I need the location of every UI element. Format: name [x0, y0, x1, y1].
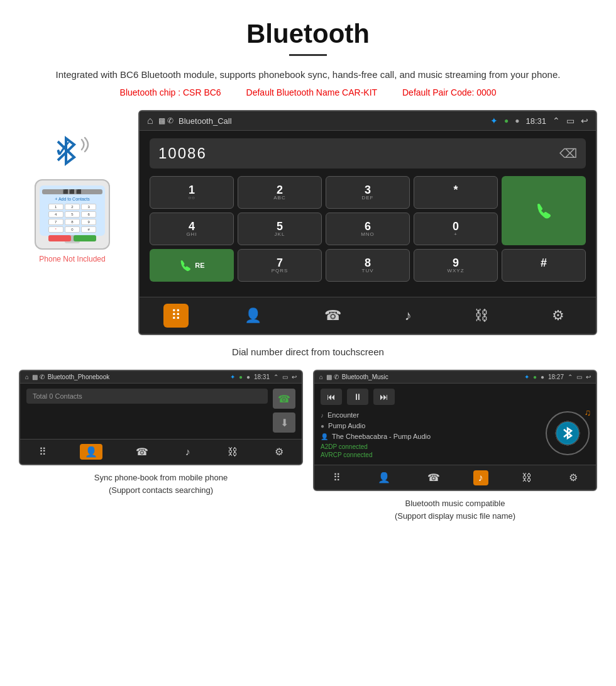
- music-back-icon[interactable]: ↩: [586, 373, 591, 380]
- music-signal-icon2: ●: [541, 373, 544, 380]
- phone-mini-key: 4: [48, 211, 63, 218]
- pb-bottom-dialpad-icon[interactable]: ⠿: [35, 444, 50, 460]
- music-title: Bluetooth_Music: [342, 373, 388, 380]
- music-home-icon[interactable]: ⌂: [319, 373, 323, 380]
- music-bottom-dialpad-icon[interactable]: ⠿: [329, 470, 344, 485]
- key-1[interactable]: 1○○: [150, 176, 234, 209]
- cs-dot-icon2: ●: [515, 116, 519, 125]
- bluetooth-logo-icon: [50, 132, 82, 170]
- music-card: ⌂ ▩ ✆ Bluetooth_Music ✦ ● ● 18:27 ⌃ ▭ ↩ …: [313, 370, 597, 522]
- phonebook-caption: Sync phone-book from mobile phone (Suppo…: [19, 472, 303, 496]
- music-bottom-bar: ⠿ 👤 ☎ ♪ ⛓ ⚙: [314, 465, 596, 490]
- main-car-screen: ⌂ ▩ ✆ Bluetooth_Call ✦ ● ● 18:31 ⌃ ▭ ↩ 1…: [138, 110, 597, 335]
- pb-search-field[interactable]: Total 0 Contacts: [26, 389, 268, 404]
- bottom-link-icon[interactable]: ⛓: [467, 304, 496, 328]
- pb-home-icon[interactable]: ⌂: [25, 373, 29, 380]
- phonebook-card: ⌂ ▩ ✆ Bluetooth_Phonebook ✦ ● ● 18:31 ⌃ …: [19, 370, 303, 522]
- key-7[interactable]: 7PQRS: [238, 249, 322, 282]
- pb-header-right: ✦ ● ● 18:31 ⌃ ▭ ↩: [230, 373, 297, 380]
- car-screen-header: ⌂ ▩ ✆ Bluetooth_Call ✦ ● ● 18:31 ⌃ ▭ ↩: [140, 111, 596, 131]
- key-6[interactable]: 6MNO: [326, 213, 410, 245]
- bluetooth-icon-wrapper: ✓: [47, 129, 97, 173]
- pb-main-area: Total 0 Contacts ☎ ⬇: [26, 389, 295, 434]
- play-pause-button[interactable]: ⏸: [347, 389, 368, 405]
- key-2[interactable]: 2ABC: [238, 176, 322, 209]
- music-header-left: ⌂ ▩ ✆ Bluetooth_Music: [319, 373, 388, 380]
- pb-expand-icon[interactable]: ⌃: [273, 373, 278, 380]
- cs-back-icon[interactable]: ↩: [581, 116, 588, 126]
- prev-button[interactable]: ⏮: [321, 389, 342, 405]
- cs-header-right: ✦ ● ● 18:31 ⌃ ▭ ↩: [490, 116, 588, 126]
- phone-mini-key: 5: [65, 211, 80, 218]
- key-8[interactable]: 8TUV: [326, 249, 410, 282]
- music-notes-icon: ♫: [585, 407, 591, 418]
- bottom-contacts-icon[interactable]: 👤: [237, 304, 269, 328]
- phone-add-contact-label: + Add to Contacts: [55, 197, 89, 201]
- pb-content: Total 0 Contacts ☎ ⬇: [20, 384, 302, 439]
- key-star[interactable]: *: [414, 176, 498, 209]
- phone-mini-key: 7: [48, 219, 63, 225]
- cs-header-left: ⌂ ▩ ✆ Bluetooth_Call: [147, 115, 232, 126]
- note-icon: ♪: [321, 412, 324, 419]
- music-expand-icon[interactable]: ⌃: [568, 373, 573, 380]
- phone-mini-key: 0: [65, 226, 80, 233]
- music-window-icon[interactable]: ▭: [576, 373, 582, 380]
- pb-time: 18:31: [254, 373, 270, 380]
- phone-side: ✓ ⬛ ⬛ ⬛ + Add to Contacts 1 2 3 4: [19, 110, 126, 263]
- call-button[interactable]: [502, 176, 586, 245]
- pb-nav-icons: ▩ ✆: [32, 373, 45, 380]
- bottom-music-icon[interactable]: ♪: [397, 304, 419, 328]
- redial-icon: [179, 258, 192, 272]
- main-caption: Dial number direct from touchscreen: [0, 341, 616, 370]
- home-icon[interactable]: ⌂: [147, 115, 153, 126]
- key-3[interactable]: 3DEF: [326, 176, 410, 209]
- pb-bottom-settings-icon[interactable]: ⚙: [271, 444, 287, 460]
- music-bottom-music-icon[interactable]: ♪: [473, 470, 488, 485]
- track-1: ♪ Encounter: [321, 411, 541, 419]
- music-info: ♪ Encounter ● Pump Audio 👤 The Cheebacab…: [321, 411, 590, 460]
- main-section: ✓ ⬛ ⬛ ⬛ + Add to Contacts 1 2 3 4: [0, 110, 616, 335]
- bottom-settings-icon[interactable]: ⚙: [544, 304, 572, 328]
- pb-bottom-contacts-icon[interactable]: 👤: [80, 444, 102, 460]
- pb-bottom-call-icon[interactable]: ☎: [132, 444, 152, 460]
- music-bottom-contacts-icon[interactable]: 👤: [374, 470, 394, 485]
- music-bottom-settings-icon[interactable]: ⚙: [565, 470, 581, 485]
- cs-window-icon[interactable]: ▭: [566, 116, 575, 126]
- pb-download-button[interactable]: ⬇: [273, 412, 295, 433]
- phone-screen-top: ⬛ ⬛ ⬛: [42, 189, 102, 194]
- phone-mini-key: 2: [65, 204, 80, 210]
- bottom-call-icon[interactable]: ☎: [317, 304, 349, 328]
- pb-bottom-music-icon[interactable]: ♪: [182, 445, 194, 460]
- a2dp-status: A2DP connected: [321, 443, 541, 450]
- key-4[interactable]: 4GHI: [150, 213, 234, 245]
- pb-call-button[interactable]: ☎: [273, 389, 295, 409]
- pb-bottom-bar: ⠿ 👤 ☎ ♪ ⛓ ⚙: [20, 439, 302, 464]
- pb-bottom-link-icon[interactable]: ⛓: [224, 445, 241, 460]
- phone-mini-key: 3: [81, 204, 96, 210]
- page-title: Bluetooth: [0, 0, 616, 54]
- bluetooth-circle-icon: [556, 422, 579, 445]
- pb-window-icon[interactable]: ▭: [282, 373, 288, 380]
- phone-mini-key: 1: [48, 204, 63, 210]
- bottom-dialpad-icon[interactable]: ⠿: [163, 304, 189, 328]
- key-hash[interactable]: #: [502, 249, 586, 282]
- key-5[interactable]: 5JKL: [238, 213, 322, 245]
- cs-expand-icon[interactable]: ⌃: [553, 116, 560, 126]
- backspace-button[interactable]: ⌫: [559, 146, 577, 161]
- pb-title: Bluetooth_Phonebook: [48, 373, 109, 380]
- pb-back-icon[interactable]: ↩: [292, 373, 297, 380]
- phone-mini-key: 6: [81, 211, 96, 218]
- signal-waves-icon: [79, 134, 97, 156]
- music-bottom-link-icon[interactable]: ⛓: [518, 470, 536, 485]
- pb-bt-icon: ✦: [230, 373, 235, 380]
- pb-caption-line1: Sync phone-book from mobile phone: [94, 473, 228, 482]
- key-0[interactable]: 0+: [414, 213, 498, 245]
- phone-image: ⬛ ⬛ ⬛ + Add to Contacts 1 2 3 4 5 6 7 8 …: [35, 179, 110, 250]
- pb-list-area: Total 0 Contacts: [26, 389, 268, 434]
- phone-keypad-mini: 1 2 3 4 5 6 7 8 9 * 0 #: [48, 204, 97, 233]
- redial-button[interactable]: RE: [150, 249, 234, 282]
- music-bottom-call-icon[interactable]: ☎: [424, 470, 444, 485]
- key-9[interactable]: 9WXYZ: [414, 249, 498, 282]
- next-button[interactable]: ⏭: [373, 389, 395, 405]
- music-time: 18:27: [548, 373, 564, 380]
